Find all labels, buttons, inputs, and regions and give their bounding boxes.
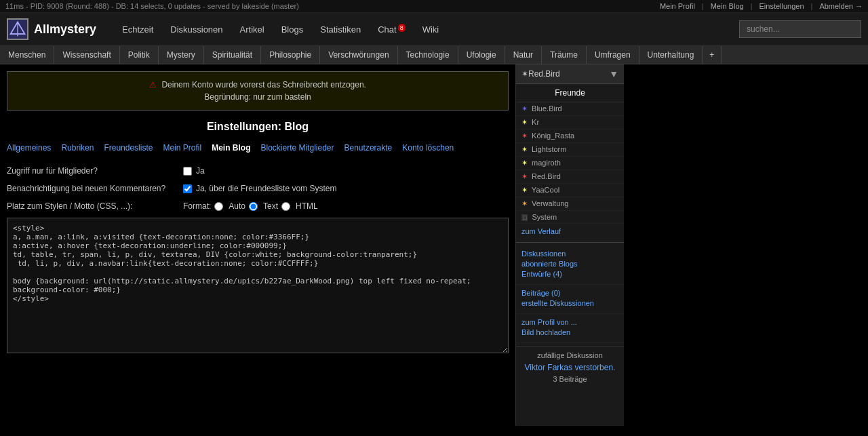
tab-mein-profil[interactable]: Mein Profil xyxy=(163,143,201,153)
search-input[interactable] xyxy=(739,20,861,38)
friend-link-4[interactable]: magiroth xyxy=(532,159,561,167)
style-label: Platz zum Stylen / Motto (CSS, ...): xyxy=(7,201,176,211)
abmelden-link[interactable]: Abmelden → xyxy=(819,2,863,10)
profil-section: zum Profil von ... Bild hochladen xyxy=(516,314,624,343)
member-only-checkbox[interactable] xyxy=(183,167,192,176)
random-disc-section: zufällige Diskussion Viktor Farkas verst… xyxy=(516,346,624,387)
cat-natur[interactable]: Natur xyxy=(505,46,542,64)
friend-icon-1: ✶ xyxy=(521,118,528,126)
tab-benutzerakte[interactable]: Benutzerakte xyxy=(344,143,393,153)
format-row: Platz zum Stylen / Motto (CSS, ...): For… xyxy=(7,201,509,211)
disc-link-2[interactable]: Entwürfe (4) xyxy=(521,270,618,278)
friend-link-0[interactable]: Blue.Bird xyxy=(532,104,562,113)
nav-wiki[interactable]: Wiki xyxy=(416,21,446,38)
format-html-label: HTML xyxy=(296,201,318,211)
friend-koenig: ✶ König_Rasta xyxy=(516,130,624,143)
notification-value: Ja, über die Freundesliste vom System xyxy=(183,184,336,193)
tab-freundesliste[interactable]: Freundesliste xyxy=(104,143,153,153)
friend-yaacool: ✶ YaaCool xyxy=(516,184,624,197)
logo-icon xyxy=(7,18,28,40)
cat-more[interactable]: + xyxy=(703,46,722,64)
random-disc-title: zufällige Diskussion xyxy=(521,351,618,359)
cat-spiritualitaet[interactable]: Spiritualität xyxy=(204,46,261,64)
friend-link-3[interactable]: Lightstorm xyxy=(532,145,566,153)
friend-icon-7: ✶ xyxy=(521,199,528,207)
friend-link-5[interactable]: Red.Bird xyxy=(532,172,561,180)
cat-technologie[interactable]: Technologie xyxy=(398,46,458,64)
disc-section: Diskussionen abonnierte Blogs Entwürfe (… xyxy=(516,245,624,285)
category-nav: Menschen Wissenschaft Politik Mystery Sp… xyxy=(0,46,868,64)
disc-link-0[interactable]: Diskussionen xyxy=(521,250,618,258)
format-label-text: Format: xyxy=(183,201,211,211)
cat-mystery[interactable]: Mystery xyxy=(159,46,204,64)
nav-blogs[interactable]: Blogs xyxy=(275,21,311,38)
form-row-notification: Benachrichtigung bei neuen Kommentaren? … xyxy=(7,184,509,193)
notification-checkbox[interactable] xyxy=(183,184,192,193)
cat-unterhaltung[interactable]: Unterhaltung xyxy=(639,46,703,64)
nav-chat[interactable]: Chat8 xyxy=(371,21,412,38)
style-textarea[interactable] xyxy=(7,218,509,353)
tab-rubriken[interactable]: Rubriken xyxy=(61,143,94,153)
friend-redbird: ✶ Red.Bird xyxy=(516,170,624,184)
friend-link-2[interactable]: König_Rasta xyxy=(532,132,574,140)
random-disc-link[interactable]: Viktor Farkas verstorben. xyxy=(521,363,618,372)
beitraege-section: Beiträge (0) erstellte Diskussionen xyxy=(516,285,624,314)
history-link-row: zum Verlauf xyxy=(516,224,624,239)
cat-wissenschaft[interactable]: Wissenschaft xyxy=(54,46,119,64)
einstellungen-link[interactable]: Einstellungen xyxy=(759,2,804,10)
cat-philosophie[interactable]: Philosophie xyxy=(261,46,320,64)
friend-icon-8: □ xyxy=(521,214,528,221)
cat-menschen[interactable]: Menschen xyxy=(0,46,54,64)
format-text-label: Text xyxy=(263,201,278,211)
friend-icon-6: ✶ xyxy=(521,186,528,194)
format-html-radio[interactable] xyxy=(281,202,290,211)
sidebar-user-row: ✶Red.Bird ▼ xyxy=(516,64,624,84)
format-auto-label: Auto xyxy=(229,201,245,211)
chat-badge: 8 xyxy=(398,24,406,32)
settings-title: Einstellungen: Blog xyxy=(7,121,509,133)
friends-title: Freunde xyxy=(516,84,624,102)
content-wrap: ⚠ Deinem Konto wurde vorerst das Schreib… xyxy=(0,64,868,426)
friend-link-6[interactable]: YaaCool xyxy=(532,186,559,194)
cat-umfragen[interactable]: Umfragen xyxy=(587,46,639,64)
logo[interactable]: Allmystery xyxy=(7,18,102,40)
cat-ufologie[interactable]: Ufologie xyxy=(458,46,505,64)
tab-konto-loeschen[interactable]: Konto löschen xyxy=(402,143,454,153)
alert-icon: ⚠ xyxy=(149,80,157,90)
friend-kr: ✶ Kr xyxy=(516,116,624,130)
main-nav: Echtzeit Diskussionen Artikel Blogs Stat… xyxy=(115,21,726,38)
bild-link[interactable]: Bild hochladen xyxy=(521,328,618,336)
friend-icon-5: ✶ xyxy=(521,172,528,180)
erstellte-link[interactable]: erstellte Diskussionen xyxy=(521,299,618,307)
friend-magiroth: ✶ magiroth xyxy=(516,157,624,170)
nav-artikel[interactable]: Artikel xyxy=(233,21,271,38)
sidebar-divider-1 xyxy=(516,242,624,243)
history-link[interactable]: zum Verlauf xyxy=(521,227,561,235)
friend-link-8[interactable]: System xyxy=(532,213,557,221)
beitraege-link[interactable]: Beiträge (0) xyxy=(521,289,618,297)
nav-diskussionen[interactable]: Diskussionen xyxy=(163,21,229,38)
format-text-radio[interactable] xyxy=(249,202,258,211)
nav-statistiken[interactable]: Statistiken xyxy=(313,21,368,38)
member-only-yes: Ja xyxy=(196,166,205,176)
mein-blog-link[interactable]: Mein Blog xyxy=(711,2,744,10)
friend-icon-3: ✶ xyxy=(521,145,528,153)
mein-profil-link[interactable]: Mein Profil xyxy=(660,2,695,10)
cat-politik[interactable]: Politik xyxy=(120,46,159,64)
sidebar-dropdown-icon[interactable]: ▼ xyxy=(609,68,618,79)
friend-link-7[interactable]: Verwaltung xyxy=(532,199,568,207)
profil-link[interactable]: zum Profil von ... xyxy=(521,318,618,326)
nav-echtzeit[interactable]: Echtzeit xyxy=(115,21,160,38)
tab-allgemeines[interactable]: Allgemeines xyxy=(7,143,51,153)
status-links: Mein Profil | Mein Blog | Einstellungen … xyxy=(660,2,863,10)
format-auto-radio[interactable] xyxy=(214,202,223,211)
disc-link-1[interactable]: abonnierte Blogs xyxy=(521,260,618,268)
friend-verwaltung: ✶ Verwaltung xyxy=(516,197,624,211)
friend-link-1[interactable]: Kr xyxy=(532,118,539,126)
notification-yes: Ja, über die Freundesliste vom System xyxy=(196,184,336,193)
logo-text: Allmystery xyxy=(34,22,96,37)
tab-blockierte[interactable]: Blockierte Mitglieder xyxy=(260,143,334,153)
header: Allmystery Echtzeit Diskussionen Artikel… xyxy=(0,13,868,46)
cat-verschwoerungen[interactable]: Verschwörungen xyxy=(320,46,397,64)
cat-traeume[interactable]: Träume xyxy=(542,46,587,64)
